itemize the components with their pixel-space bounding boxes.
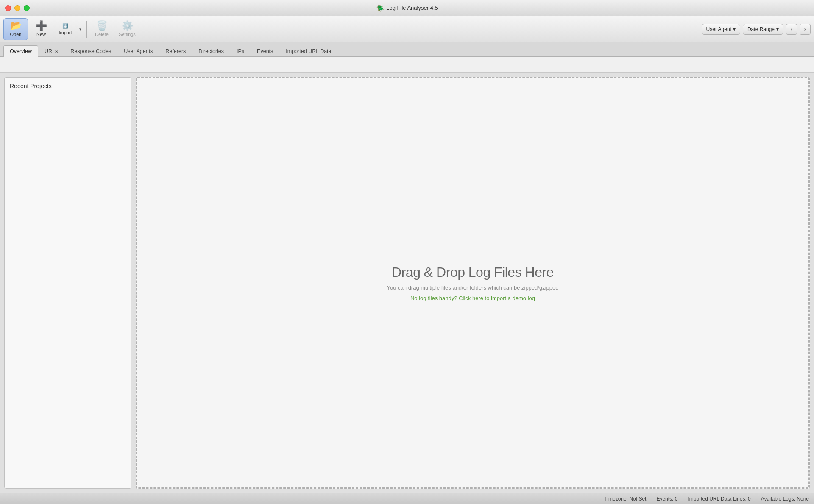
app-icon: 🪲 <box>376 4 384 12</box>
chevron-down-icon: ▾ <box>79 27 81 31</box>
user-agent-dropdown[interactable]: User Agent ▾ <box>702 24 740 35</box>
tab-response-codes[interactable]: Response Codes <box>64 45 117 57</box>
tab-referers-label: Referers <box>165 48 186 54</box>
events-value: 0 <box>675 496 678 502</box>
events-status: Events: 0 <box>656 496 677 502</box>
timezone-label: Timezone: <box>604 496 628 502</box>
user-agent-chevron-icon: ▾ <box>733 26 736 32</box>
events-label: Events: <box>656 496 673 502</box>
tab-urls-label: URLs <box>45 48 58 54</box>
tab-imported-url-data-label: Imported URL Data <box>286 48 331 54</box>
toolbar-right: User Agent ▾ Date Range ▾ ‹ › <box>702 24 811 35</box>
tab-response-codes-label: Response Codes <box>70 48 111 54</box>
import-button[interactable]: ⬇️ Import <box>54 18 76 40</box>
new-button[interactable]: ➕ New <box>29 18 53 40</box>
chevron-left-icon: ‹ <box>791 26 792 32</box>
chevron-right-icon: › <box>804 26 806 32</box>
delete-icon: 🗑️ <box>96 21 108 31</box>
toolbar-separator <box>86 21 87 38</box>
settings-icon: ⚙️ <box>122 21 133 31</box>
demo-log-link[interactable]: No log files handy? Click here to import… <box>410 295 535 301</box>
traffic-lights <box>5 5 30 11</box>
timezone-status: Timezone: Not Set <box>604 496 646 502</box>
tab-ips[interactable]: IPs <box>230 45 251 57</box>
app-title: 🪲 Log File Analyser 4.5 <box>376 4 438 12</box>
tab-events[interactable]: Events <box>251 45 279 57</box>
imported-url-label: Imported URL Data Lines: <box>688 496 746 502</box>
imported-url-value: 0 <box>748 496 751 502</box>
maximize-button[interactable] <box>24 5 30 11</box>
minimize-button[interactable] <box>14 5 20 11</box>
filter-bar <box>0 57 814 73</box>
user-agent-label: User Agent <box>706 26 731 32</box>
tab-user-agents[interactable]: User Agents <box>117 45 159 57</box>
next-button[interactable]: › <box>800 24 811 35</box>
tab-ips-label: IPs <box>237 48 244 54</box>
title-bar: 🪲 Log File Analyser 4.5 <box>0 0 814 16</box>
delete-button[interactable]: 🗑️ Delete <box>89 18 114 40</box>
new-label: New <box>36 32 46 37</box>
date-range-chevron-icon: ▾ <box>776 26 779 32</box>
app-title-text: Log File Analyser 4.5 <box>386 5 438 11</box>
open-button[interactable]: 📂 Open <box>3 18 28 40</box>
drop-zone[interactable]: Drag & Drop Log Files Here You can drag … <box>136 77 810 489</box>
tab-events-label: Events <box>257 48 273 54</box>
available-logs-label: Available Logs: <box>761 496 795 502</box>
settings-label: Settings <box>119 32 136 37</box>
sidebar: Recent Projects <box>4 77 131 489</box>
toolbar: 📂 Open ➕ New ⬇️ Import ▾ 🗑️ Delete ⚙️ Se… <box>0 16 814 42</box>
import-icon: ⬇️ <box>62 23 68 29</box>
date-range-dropdown[interactable]: Date Range ▾ <box>743 24 783 35</box>
tab-overview-label: Overview <box>10 48 32 54</box>
tabs-bar: Overview URLs Response Codes User Agents… <box>0 42 814 57</box>
import-dropdown-arrow[interactable]: ▾ <box>76 18 84 40</box>
settings-button[interactable]: ⚙️ Settings <box>115 18 139 40</box>
tab-directories[interactable]: Directories <box>192 45 230 57</box>
status-bar: Timezone: Not Set Events: 0 Imported URL… <box>0 493 814 504</box>
close-button[interactable] <box>5 5 11 11</box>
available-logs-status: Available Logs: None <box>761 496 809 502</box>
tab-directories-label: Directories <box>198 48 224 54</box>
sidebar-title: Recent Projects <box>10 83 126 89</box>
drop-zone-subtitle: You can drag multiple files and/or folde… <box>387 284 559 291</box>
tab-user-agents-label: User Agents <box>124 48 153 54</box>
new-icon: ➕ <box>36 21 47 31</box>
tab-referers[interactable]: Referers <box>159 45 192 57</box>
import-button-group: ⬇️ Import ▾ <box>54 18 84 40</box>
tab-urls[interactable]: URLs <box>38 45 64 57</box>
drop-zone-title: Drag & Drop Log Files Here <box>392 265 554 280</box>
main-content: Recent Projects Drag & Drop Log Files He… <box>0 73 814 493</box>
tab-imported-url-data[interactable]: Imported URL Data <box>279 45 337 57</box>
delete-label: Delete <box>95 32 109 37</box>
imported-url-status: Imported URL Data Lines: 0 <box>688 496 750 502</box>
available-logs-value: None <box>797 496 809 502</box>
timezone-value: Not Set <box>629 496 646 502</box>
prev-button[interactable]: ‹ <box>786 24 797 35</box>
date-range-label: Date Range <box>747 26 775 32</box>
tab-overview[interactable]: Overview <box>3 45 38 57</box>
import-label: Import <box>59 30 72 35</box>
open-label: Open <box>10 32 22 37</box>
open-icon: 📂 <box>10 21 22 31</box>
